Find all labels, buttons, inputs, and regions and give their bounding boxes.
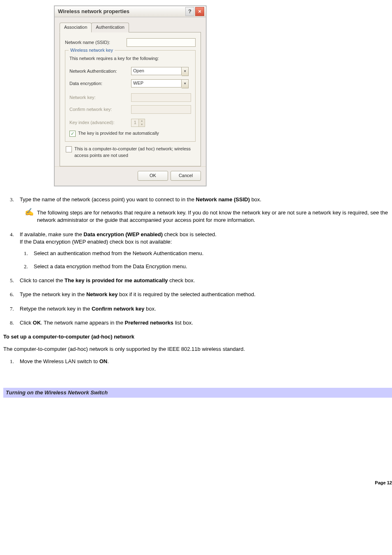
group-intro: This network requires a key for the foll… bbox=[69, 55, 191, 62]
adhoc-checkbox[interactable]: ✓ bbox=[66, 146, 72, 152]
group-legend: Wireless network key bbox=[69, 47, 115, 53]
wireless-properties-dialog: Wireless network properties ? × Associat… bbox=[54, 6, 206, 186]
confirm-key-input[interactable] bbox=[131, 105, 191, 114]
auto-key-label: The key is provided for me automatically bbox=[78, 130, 159, 136]
tabstrip: Association Authentication bbox=[60, 22, 201, 32]
network-key-input[interactable] bbox=[131, 93, 191, 102]
net-auth-select[interactable]: Open ▾ bbox=[131, 67, 189, 76]
ssid-label: Network name (SSID): bbox=[65, 39, 127, 46]
note-text: The following steps are for networks tha… bbox=[37, 209, 392, 224]
step-3: Type the name of the network (access poi… bbox=[20, 196, 392, 224]
adhoc-heading: To set up a computer-to-computer (ad-hoc… bbox=[3, 333, 392, 341]
adhoc-step-1: Move the Wireless LAN switch to ON. bbox=[20, 358, 392, 365]
close-button[interactable]: × bbox=[195, 7, 204, 16]
step-7: Retype the network key in the Confirm ne… bbox=[20, 305, 392, 313]
data-enc-value: WEP bbox=[131, 79, 182, 88]
data-enc-select[interactable]: WEP ▾ bbox=[131, 79, 189, 88]
key-index-spinner[interactable]: 1 ▲▼ bbox=[131, 119, 145, 127]
key-index-label: Key index (advanced): bbox=[69, 120, 131, 126]
wireless-key-group: Wireless network key This network requir… bbox=[65, 50, 196, 142]
page-number: Page 129 bbox=[3, 480, 392, 486]
step-4-2: Select a data encryption method from the… bbox=[34, 263, 392, 270]
dialog-title: Wireless network properties bbox=[58, 8, 184, 15]
spinner-arrows-icon: ▲▼ bbox=[139, 119, 145, 127]
pencil-note-icon: ✍ bbox=[25, 208, 34, 223]
ok-button[interactable]: OK bbox=[138, 171, 168, 181]
network-key-label: Network key: bbox=[69, 94, 131, 101]
help-button[interactable]: ? bbox=[185, 7, 194, 16]
adhoc-intro: The computer-to-computer (ad-hoc) networ… bbox=[3, 345, 392, 353]
adhoc-label: This is a computer-to-computer (ad hoc) … bbox=[74, 146, 195, 159]
net-auth-value: Open bbox=[131, 67, 182, 75]
cancel-button[interactable]: Cancel bbox=[171, 171, 201, 181]
tab-association[interactable]: Association bbox=[60, 23, 92, 32]
step-4-1: Select an authentication method from the… bbox=[34, 250, 392, 257]
ssid-input[interactable] bbox=[127, 38, 196, 47]
chevron-down-icon: ▾ bbox=[182, 67, 189, 76]
dialog-titlebar: Wireless network properties ? × bbox=[55, 6, 206, 17]
key-index-value: 1 bbox=[131, 119, 139, 127]
confirm-key-label: Confirm network key: bbox=[69, 106, 131, 113]
section-bar: Turning on the Wireless Network Switch bbox=[3, 388, 392, 398]
step-4: If available, make sure the Data encrypt… bbox=[20, 231, 392, 271]
net-auth-label: Network Authentication: bbox=[69, 68, 131, 74]
chevron-down-icon: ▾ bbox=[182, 79, 189, 88]
step-6: Type the network key in the Network key … bbox=[20, 291, 392, 298]
note-block: ✍ The following steps are for networks t… bbox=[25, 209, 392, 224]
step-5: Click to cancel the The key is provided … bbox=[20, 277, 392, 284]
tab-authentication[interactable]: Authentication bbox=[91, 23, 129, 32]
step-8: Click OK. The network name appears in th… bbox=[20, 319, 392, 327]
data-enc-label: Data encryption: bbox=[69, 81, 131, 87]
auto-key-checkbox[interactable]: ✓ bbox=[69, 131, 76, 137]
